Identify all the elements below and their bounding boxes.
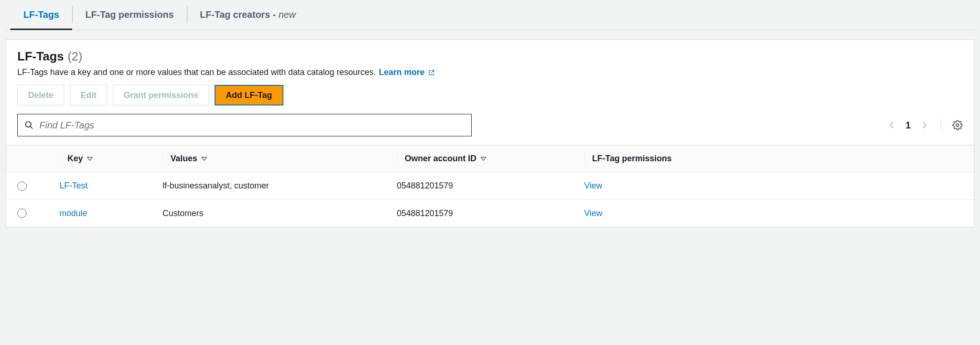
owner-account-id: 054881201579	[397, 209, 584, 218]
col-permissions: LF-Tag permissions	[584, 154, 963, 164]
col-key[interactable]: Key	[59, 154, 163, 164]
external-link-icon	[428, 69, 435, 76]
lf-tags-table: Key Values Owner account ID	[6, 145, 974, 227]
add-lf-tag-button[interactable]: Add LF-Tag	[215, 85, 283, 105]
settings-icon[interactable]	[952, 120, 963, 130]
card-desc-text: LF-Tags have a key and one or more value…	[17, 68, 376, 77]
lf-tag-values: lf-businessanalyst, customer	[163, 181, 397, 191]
lf-tag-values: Customers	[163, 209, 397, 218]
page-number: 1	[906, 120, 911, 131]
card-title-text: LF-Tags	[17, 49, 64, 64]
view-permissions-link[interactable]: View	[584, 181, 963, 191]
table-row: LF-Test lf-businessanalyst, customer 054…	[6, 172, 974, 200]
edit-button[interactable]: Edit	[70, 85, 107, 105]
table-row: module Customers 054881201579 View	[6, 200, 974, 227]
next-page-icon[interactable]	[919, 120, 929, 130]
svg-point-1	[956, 124, 959, 127]
col-key-label: Key	[67, 154, 83, 164]
search-input[interactable]	[39, 120, 465, 131]
card-title: LF-Tags (2)	[17, 49, 963, 64]
prev-page-icon[interactable]	[887, 120, 897, 130]
filter-icon	[480, 156, 487, 162]
col-values[interactable]: Values	[163, 154, 397, 164]
card-description: LF-Tags have a key and one or more value…	[17, 68, 963, 77]
delete-button[interactable]: Delete	[17, 85, 64, 105]
tab-label: LF-Tag permissions	[85, 9, 174, 20]
col-owner-label: Owner account ID	[405, 154, 476, 164]
card-count: (2)	[67, 49, 82, 64]
filter-icon	[201, 156, 208, 162]
table-header-row: Key Values Owner account ID	[6, 145, 974, 172]
tab-lf-tag-creators[interactable]: LF-Tag creators - new	[187, 0, 309, 30]
grant-permissions-button[interactable]: Grant permissions	[113, 85, 209, 105]
view-permissions-link[interactable]: View	[584, 209, 963, 218]
tab-lf-tags[interactable]: LF-Tags	[10, 0, 72, 30]
learn-more-label: Learn more	[379, 68, 424, 77]
filter-icon	[87, 156, 93, 162]
select-radio[interactable]	[17, 181, 27, 191]
search-icon	[24, 120, 34, 130]
row-select	[17, 209, 59, 218]
col-perm-label: LF-Tag permissions	[592, 154, 672, 164]
new-badge: new	[279, 9, 296, 20]
svg-point-0	[26, 122, 31, 128]
pager-separator	[941, 119, 941, 131]
search-box[interactable]	[17, 114, 472, 136]
tab-lf-tag-permissions[interactable]: LF-Tag permissions	[72, 0, 187, 30]
select-radio[interactable]	[17, 209, 27, 218]
learn-more-link[interactable]: Learn more	[379, 68, 435, 77]
col-owner[interactable]: Owner account ID	[397, 154, 584, 164]
owner-account-id: 054881201579	[397, 181, 584, 191]
lf-tags-card: LF-Tags (2) LF-Tags have a key and one o…	[6, 39, 974, 227]
actions-row: Delete Edit Grant permissions Add LF-Tag	[17, 85, 963, 105]
tab-label: LF-Tags	[23, 9, 59, 20]
lf-tag-key-link[interactable]: LF-Test	[59, 181, 163, 191]
row-select	[17, 181, 59, 191]
tab-label: LF-Tag creators -	[200, 9, 276, 20]
lf-tag-key-link[interactable]: module	[59, 209, 163, 218]
col-values-label: Values	[171, 154, 197, 164]
tabs: LF-Tags LF-Tag permissions LF-Tag creato…	[6, 0, 974, 30]
pager: 1	[887, 119, 963, 131]
toolbar: 1	[17, 114, 963, 136]
